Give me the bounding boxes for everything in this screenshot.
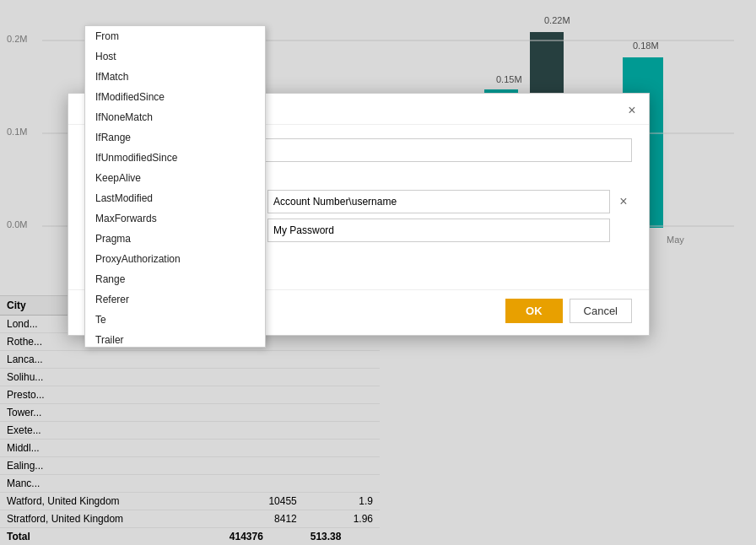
dropdown-item[interactable]: Trailer (85, 330, 265, 347)
dropdown-item[interactable]: KeepAlive (85, 168, 265, 188)
dropdown-item[interactable]: IfMatch (85, 67, 265, 87)
header-value-1[interactable] (267, 190, 610, 213)
dropdown-item[interactable]: Range (85, 269, 265, 289)
dropdown-scroll-area[interactable]: FromHostIfMatchIfModifiedSinceIfNoneMatc… (85, 26, 265, 347)
dropdown-item[interactable]: From (85, 26, 265, 46)
dropdown-item[interactable]: IfNoneMatch (85, 107, 265, 127)
dropdown-list: FromHostIfMatchIfModifiedSinceIfNoneMatc… (84, 25, 266, 348)
dropdown-item[interactable]: IfModifiedSince (85, 87, 265, 107)
dropdown-item[interactable]: Te (85, 310, 265, 330)
dropdown-item[interactable]: Host (85, 46, 265, 67)
dropdown-item[interactable]: MaxForwards (85, 208, 265, 229)
dropdown-item[interactable]: Pragma (85, 229, 265, 249)
cancel-button[interactable]: Cancel (570, 299, 632, 323)
dropdown-item[interactable]: Referer (85, 289, 265, 310)
header-value-2[interactable] (267, 219, 610, 242)
dropdown-item[interactable]: LastModified (85, 188, 265, 208)
dropdown-item[interactable]: IfRange (85, 127, 265, 148)
dropdown-item[interactable]: ProxyAuthorization (85, 249, 265, 269)
dropdown-item[interactable]: IfUnmodifiedSince (85, 148, 265, 168)
modal-close-button[interactable]: × (622, 100, 642, 121)
ok-button[interactable]: OK (505, 299, 563, 323)
remove-header-1-button[interactable]: × (615, 193, 632, 210)
